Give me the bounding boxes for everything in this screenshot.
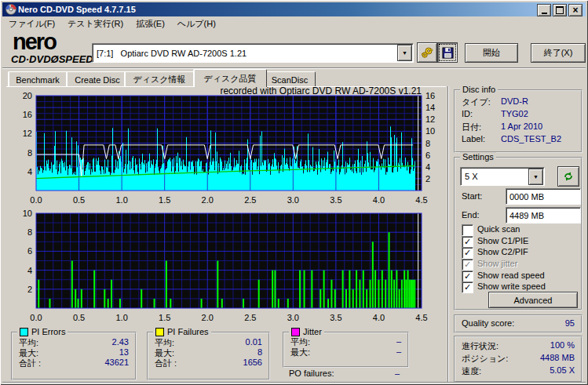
speed-select-arrow[interactable] (528, 169, 543, 185)
max-label: 最大: (290, 347, 310, 358)
po-failures-label: PO failures: (289, 369, 334, 378)
refresh-icon (563, 171, 574, 182)
jitter-title: Jitter (303, 327, 322, 336)
svg-text:4: 4 (27, 266, 32, 275)
pi-failures-swatch (155, 328, 164, 336)
start-button[interactable]: 開始 (465, 43, 518, 63)
disc-date-value: 1 Apr 2010 (501, 122, 542, 131)
cdspeed-logo: CD·DVDØSPEED (11, 53, 93, 65)
tab-benchmark[interactable]: Benchmark (8, 71, 68, 87)
app-icon (5, 4, 16, 15)
disc-date-label: 日付: (462, 122, 481, 133)
tab-scandisc[interactable]: ScanDisc (264, 71, 316, 87)
svg-text:4.0: 4.0 (373, 313, 385, 322)
drive-select-value: [7:1] Optiarc DVD RW AD-7200S 1.21 (93, 49, 397, 58)
checkbox-show-c2-pif[interactable]: ✓ Show C2/PIF (462, 247, 528, 259)
speed-value: 5.05 X (520, 365, 575, 375)
maximize-button[interactable] (553, 4, 567, 16)
svg-text:6: 6 (425, 151, 430, 160)
app-window: Nero CD-DVD Speed 4.7.7.15 × ファイル(F) テスト… (0, 0, 588, 385)
checkbox-show-c1-pie[interactable]: ✓ Show C1/PIE (462, 236, 528, 248)
drive-select[interactable]: [7:1] Optiarc DVD RW AD-7200S 1.21 (92, 43, 414, 63)
po-failures-value: – (345, 369, 400, 378)
disc-id-value: TYG02 (501, 109, 528, 118)
svg-text:1.0: 1.0 (115, 195, 127, 205)
svg-text:10: 10 (425, 126, 435, 136)
advanced-button[interactable]: Advanced (488, 292, 578, 308)
svg-text:0.0: 0.0 (30, 313, 42, 322)
checkbox-box: ✓ (462, 259, 473, 271)
end-field-label: End: (462, 210, 480, 220)
svg-text:1.5: 1.5 (159, 313, 170, 322)
end-field-value: 4489 MB (509, 211, 544, 220)
position-value: 4488 MB (520, 353, 575, 362)
max-value: 8 (207, 347, 262, 357)
checkbox-quick-scan[interactable]: Quick scan (462, 224, 520, 236)
pi-failures-chart: 1086420.00.51.01.52.02.53.03.54.04.5 (6, 209, 444, 323)
svg-text:14: 14 (425, 103, 435, 112)
svg-text:0.5: 0.5 (73, 195, 85, 205)
pi-errors-title: PI Errors (31, 327, 65, 336)
quality-score-value: 95 (543, 318, 575, 328)
checkbox-box: ✓ (462, 281, 473, 293)
max-value: – (346, 347, 401, 356)
jitter-stats: Jitter 平均: – 最大: – (283, 332, 409, 368)
start-field[interactable]: 0000 MB (506, 188, 581, 205)
svg-text:1.0: 1.0 (115, 313, 127, 322)
checkbox-box (462, 224, 473, 236)
svg-text:4.5: 4.5 (415, 313, 427, 322)
options-button[interactable] (417, 42, 437, 63)
svg-text:0.0: 0.0 (30, 195, 42, 205)
svg-text:12: 12 (23, 129, 32, 138)
svg-text:6: 6 (27, 246, 32, 256)
svg-text:16: 16 (23, 110, 32, 119)
svg-text:2: 2 (425, 174, 430, 183)
checkbox-box: ✓ (462, 271, 473, 282)
tab-create-disc[interactable]: Create Disc (66, 71, 129, 87)
tab-disc-info[interactable]: ディスク情報 (124, 71, 195, 87)
svg-text:3.5: 3.5 (330, 313, 341, 322)
save-button[interactable] (437, 42, 458, 63)
svg-text:2: 2 (27, 285, 32, 294)
panel-separator (447, 86, 449, 382)
toolbar-separator (2, 67, 586, 69)
svg-text:8: 8 (425, 139, 430, 148)
settings-group: Settings 5 X Start: 0000 MB End: 4489 MB… (454, 157, 583, 311)
svg-text:4: 4 (27, 167, 32, 176)
title-bar[interactable]: Nero CD-DVD Speed 4.7.7.15 × (2, 2, 586, 16)
checkbox-box: ✓ (462, 247, 473, 259)
svg-text:4.5: 4.5 (415, 195, 427, 205)
tab-disc-quality[interactable]: ディスク品質 (193, 69, 267, 87)
gears-icon (421, 46, 433, 59)
minimize-button[interactable] (537, 4, 551, 16)
total-value: 43621 (74, 358, 129, 367)
max-value: 13 (74, 347, 129, 357)
exit-button[interactable]: 終了(X) (531, 43, 586, 63)
avg-value: 0.01 (207, 337, 262, 347)
svg-text:3.0: 3.0 (287, 313, 299, 322)
svg-text:2.5: 2.5 (244, 313, 256, 322)
menu-help[interactable]: ヘルプ(H) (171, 16, 222, 31)
speed-select[interactable]: 5 X (460, 167, 545, 186)
total-label: 合計 : (19, 358, 41, 369)
menu-extra[interactable]: 拡張(E) (130, 16, 171, 31)
menu-run-test[interactable]: テスト実行(R) (61, 16, 130, 31)
refresh-button[interactable] (557, 166, 579, 187)
speed-select-value: 5 X (461, 172, 528, 181)
end-field[interactable]: 4489 MB (506, 207, 581, 223)
total-value: 1656 (207, 358, 262, 367)
disc-info-title: Disc info (460, 85, 498, 94)
checkbox-show-read-speed[interactable]: ✓ Show read speed (462, 271, 545, 282)
svg-text:16: 16 (425, 91, 435, 100)
drive-select-arrow[interactable] (397, 45, 412, 61)
settings-title: Settings (460, 152, 496, 162)
close-button[interactable]: × (568, 4, 583, 16)
checkbox-show-jitter: ✓ Show jitter (462, 259, 517, 271)
save-floppy-icon (442, 47, 454, 59)
disc-type-value: DVD-R (501, 96, 528, 106)
svg-text:2.0: 2.0 (202, 195, 214, 205)
close-icon: × (572, 6, 578, 14)
position-label: ポジション: (462, 353, 508, 365)
disc-label-value: CDS_TEST_B2 (501, 134, 561, 143)
pi-failures-stats: PI Failures 平均: 0.01 最大: 8 合計 : 1656 (147, 332, 270, 380)
